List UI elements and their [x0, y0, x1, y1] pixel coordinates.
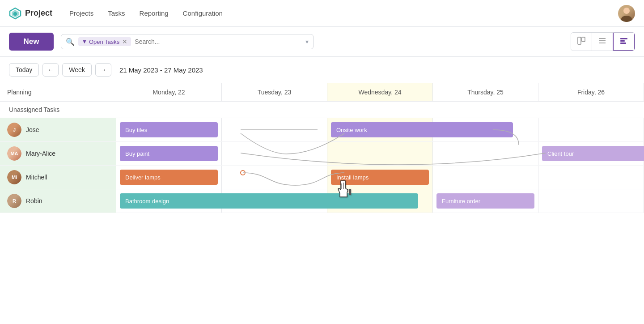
- nav-reporting[interactable]: Reporting: [133, 7, 175, 20]
- table-row: MA Mary-Alice Buy paint Client tour: [0, 142, 644, 166]
- day-cell-jose-fri[interactable]: [538, 118, 644, 141]
- list-icon: [598, 37, 606, 45]
- gantt-container: Planning Monday, 22 Tuesday, 23 Wednesda…: [0, 83, 644, 213]
- avatar[interactable]: [618, 5, 635, 22]
- nav-configuration[interactable]: Configuration: [177, 7, 229, 20]
- day-cell-mary-wed[interactable]: [327, 142, 433, 165]
- col-thu: Thursday, 25: [433, 83, 538, 101]
- task-deliver-lamps[interactable]: Deliver lamps: [120, 170, 218, 185]
- task-bathroom-design[interactable]: Bathroom design: [120, 193, 418, 209]
- kanban-icon: [577, 37, 585, 45]
- new-button[interactable]: New: [9, 33, 54, 51]
- search-bar: 🔍 ▼ Open Tasks ✕ ▾: [61, 34, 314, 49]
- unassigned-label: Unassigned Tasks: [0, 102, 644, 118]
- svg-rect-3: [578, 37, 581, 44]
- table-row: Mi Mitchell Deliver lamps Install lamps: [0, 166, 644, 189]
- filter-label: Open Tasks: [89, 38, 119, 45]
- next-week-button[interactable]: →: [95, 63, 111, 77]
- avatar-jose: J: [7, 123, 21, 137]
- svg-rect-9: [620, 40, 625, 42]
- task-buy-tiles[interactable]: Buy tiles: [120, 122, 218, 137]
- day-cell-mitchell-thu[interactable]: [433, 166, 538, 189]
- avatar-mitchell: Mi: [7, 170, 21, 184]
- person-cell-mary: MA Mary-Alice: [0, 142, 116, 165]
- day-cell-robin-mon[interactable]: Bathroom design: [116, 189, 222, 213]
- day-cell-jose-wed[interactable]: Onsite work: [327, 118, 433, 141]
- day-cell-mitchell-tue[interactable]: [222, 166, 327, 189]
- search-dropdown-icon[interactable]: ▾: [305, 38, 309, 45]
- top-nav: Project Projects Tasks Reporting Configu…: [0, 0, 644, 27]
- nav-tasks[interactable]: Tasks: [102, 7, 131, 20]
- day-cell-robin-thu[interactable]: Furniture order: [433, 189, 538, 213]
- task-install-lamps[interactable]: Install lamps: [331, 170, 429, 185]
- col-wed: Wednesday, 24: [327, 83, 433, 101]
- filter-close[interactable]: ✕: [122, 38, 127, 45]
- gantt-icon: [620, 37, 628, 45]
- avatar-mary: MA: [7, 146, 21, 161]
- gantt-header: Planning Monday, 22 Tuesday, 23 Wednesda…: [0, 83, 644, 102]
- person-name-jose: Jose: [26, 126, 39, 133]
- gantt-view-button[interactable]: [613, 32, 635, 51]
- nav-projects[interactable]: Projects: [63, 7, 100, 20]
- person-cell-mitchell: Mi Mitchell: [0, 166, 116, 189]
- search-input[interactable]: [135, 38, 302, 45]
- today-button[interactable]: Today: [9, 63, 39, 77]
- filter-icon: ▼: [82, 38, 87, 45]
- logo-icon: [9, 7, 21, 20]
- gantt-rows: J Jose Buy tiles Onsite work MA: [0, 118, 644, 213]
- day-cell-jose-tue[interactable]: [222, 118, 327, 141]
- table-row: J Jose Buy tiles Onsite work: [0, 118, 644, 142]
- nav-links: Projects Tasks Reporting Configuration: [63, 7, 618, 20]
- week-button[interactable]: Week: [62, 63, 92, 77]
- col-mon: Monday, 22: [116, 83, 222, 101]
- day-cell-mary-fri[interactable]: Client tour: [538, 142, 644, 165]
- view-buttons: [571, 32, 635, 51]
- table-row: R Robin Bathroom design Furniture order: [0, 189, 644, 213]
- date-range: 21 May 2023 - 27 May 2023: [119, 66, 203, 74]
- svg-rect-10: [620, 43, 626, 44]
- task-client-tour[interactable]: Client tour: [542, 146, 644, 161]
- person-cell-robin: R Robin: [0, 189, 116, 213]
- day-cell-jose-mon[interactable]: Buy tiles: [116, 118, 222, 141]
- day-cell-robin-fri[interactable]: [538, 189, 644, 213]
- day-cell-mitchell-wed[interactable]: Install lamps: [327, 166, 433, 189]
- day-cell-mitchell-mon[interactable]: Deliver lamps: [116, 166, 222, 189]
- day-cell-mary-thu[interactable]: [433, 142, 538, 165]
- col-planning: Planning: [0, 83, 116, 101]
- svg-rect-8: [620, 38, 627, 39]
- person-cell-jose: J Jose: [0, 118, 116, 141]
- toolbar: New 🔍 ▼ Open Tasks ✕ ▾: [0, 27, 644, 57]
- person-name-robin: Robin: [26, 197, 42, 205]
- avatar-robin: R: [7, 194, 21, 208]
- app-name: Project: [25, 9, 52, 18]
- person-name-mitchell: Mitchell: [26, 174, 47, 181]
- person-name-mary: Mary-Alice: [26, 150, 55, 157]
- task-onsite-work[interactable]: Onsite work: [331, 122, 513, 137]
- svg-rect-4: [582, 37, 585, 42]
- search-icon: 🔍: [66, 38, 75, 46]
- col-fri: Friday, 26: [538, 83, 644, 101]
- day-cell-mary-mon[interactable]: Buy paint: [116, 142, 222, 165]
- date-nav: Today ← Week → 21 May 2023 - 27 May 2023: [0, 57, 644, 83]
- prev-week-button[interactable]: ←: [42, 63, 59, 77]
- list-view-button[interactable]: [592, 33, 613, 51]
- kanban-view-button[interactable]: [571, 33, 592, 51]
- filter-chip: ▼ Open Tasks ✕: [78, 37, 131, 46]
- task-furniture-order[interactable]: Furniture order: [436, 193, 534, 209]
- col-tue: Tuesday, 23: [222, 83, 327, 101]
- task-buy-paint[interactable]: Buy paint: [120, 146, 218, 161]
- nav-logo[interactable]: Project: [9, 7, 52, 20]
- day-cell-mary-tue[interactable]: [222, 142, 327, 165]
- day-cell-mitchell-fri[interactable]: [538, 166, 644, 189]
